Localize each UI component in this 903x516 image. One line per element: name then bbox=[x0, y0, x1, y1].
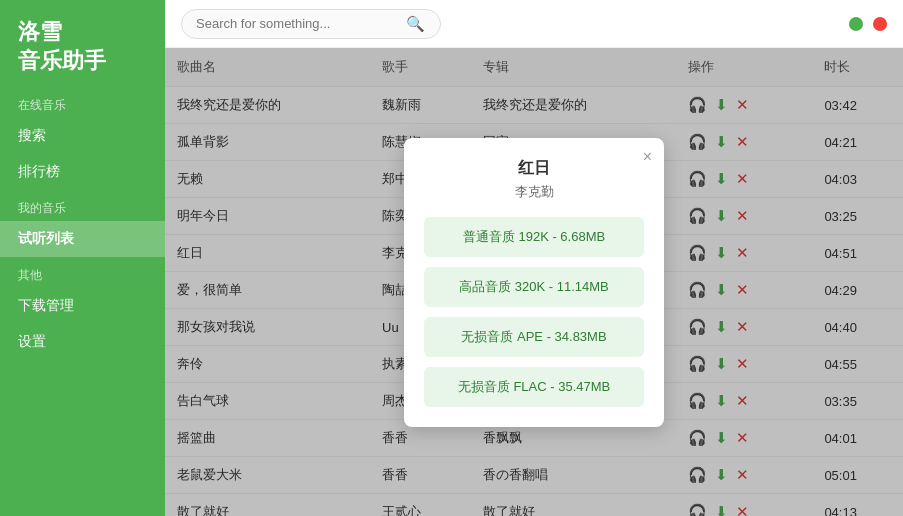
app-logo: 洛雪音乐助手 bbox=[0, 0, 165, 87]
quality-btn-lossless_ape[interactable]: 无损音质 APE - 34.83MB bbox=[424, 317, 644, 357]
download-quality-modal: × 红日 李克勤 普通音质 192K - 6.68MB高品音质 320K - 1… bbox=[404, 138, 664, 427]
search-box[interactable]: 🔍 bbox=[181, 9, 441, 39]
quality-options: 普通音质 192K - 6.68MB高品音质 320K - 11.14MB无损音… bbox=[424, 217, 644, 407]
quality-btn-lossless_flac[interactable]: 无损音质 FLAC - 35.47MB bbox=[424, 367, 644, 407]
sidebar: 洛雪音乐助手 在线音乐 搜索 排行榜 我的音乐 试听列表 其他 下载管理 设置 bbox=[0, 0, 165, 516]
modal-overlay[interactable]: × 红日 李克勤 普通音质 192K - 6.68MB高品音质 320K - 1… bbox=[165, 48, 903, 516]
minimize-button[interactable] bbox=[849, 17, 863, 31]
quality-btn-normal[interactable]: 普通音质 192K - 6.68MB bbox=[424, 217, 644, 257]
window-controls bbox=[849, 17, 887, 31]
quality-btn-high[interactable]: 高品音质 320K - 11.14MB bbox=[424, 267, 644, 307]
section-label-mymusic: 我的音乐 bbox=[0, 190, 165, 221]
topbar: 🔍 bbox=[165, 0, 903, 48]
section-label-online: 在线音乐 bbox=[0, 87, 165, 118]
sidebar-item-search[interactable]: 搜索 bbox=[0, 118, 165, 154]
modal-close-button[interactable]: × bbox=[643, 148, 652, 166]
sidebar-item-audition[interactable]: 试听列表 bbox=[0, 221, 165, 257]
modal-song-title: 红日 bbox=[424, 158, 644, 179]
sidebar-item-charts[interactable]: 排行榜 bbox=[0, 154, 165, 190]
modal-song-artist: 李克勤 bbox=[424, 183, 644, 201]
main-content: 🔍 歌曲名 歌手 专辑 操作 时长 我终究还是爱你的 魏新雨 我终究还是爱你的 bbox=[165, 0, 903, 516]
search-input[interactable] bbox=[196, 16, 406, 31]
table-area: 歌曲名 歌手 专辑 操作 时长 我终究还是爱你的 魏新雨 我终究还是爱你的 🎧 … bbox=[165, 48, 903, 516]
search-icon: 🔍 bbox=[406, 15, 425, 33]
sidebar-item-download[interactable]: 下载管理 bbox=[0, 288, 165, 324]
section-label-other: 其他 bbox=[0, 257, 165, 288]
close-button[interactable] bbox=[873, 17, 887, 31]
sidebar-item-settings[interactable]: 设置 bbox=[0, 324, 165, 360]
